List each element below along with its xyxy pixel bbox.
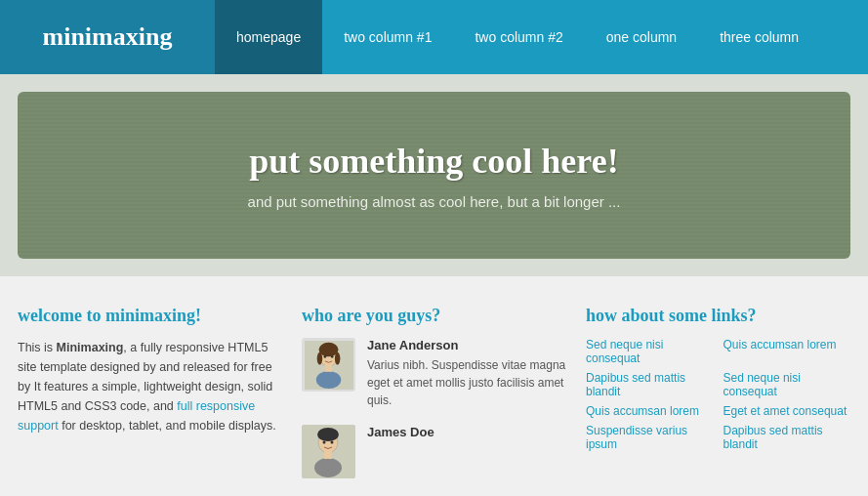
link-item[interactable]: Quis accumsan lorem [723,338,851,365]
svg-rect-13 [324,451,332,459]
col-welcome: welcome to minimaxing! This is Minimaxin… [18,306,282,494]
col2-title: who are you guys? [302,306,566,326]
jane-desc: Varius nibh. Suspendisse vitae magna ege… [367,356,566,409]
team-member-jane: Jane Anderson Varius nibh. Suspendisse v… [302,338,566,409]
link-item[interactable]: Quis accumsan lorem [586,404,714,418]
jane-name: Jane Anderson [367,338,566,352]
link-item[interactable]: Sed neque nisi consequat [723,371,851,398]
nav-item-two-column-1[interactable]: two column #1 [322,0,453,74]
james-name: James Doe [367,425,434,439]
james-info: James Doe [367,425,434,443]
svg-point-5 [315,370,340,388]
brand-name: Minimaxing [57,341,124,354]
col1-text: This is Minimaxing, a fully responsive H… [18,338,282,435]
col3-title: how about some links? [586,306,850,326]
svg-point-7 [323,355,326,358]
hero-title: put something cool here! [37,141,831,182]
link-item[interactable]: Sed neque nisi consequat [586,338,714,365]
link-item[interactable]: Suspendisse varius ipsum [586,424,714,451]
svg-point-8 [330,355,333,358]
logo-area: minimaxing [0,0,215,74]
svg-point-3 [316,351,321,364]
jane-info: Jane Anderson Varius nibh. Suspendisse v… [367,338,566,409]
svg-point-15 [331,441,334,444]
col-links: how about some links? Sed neque nisi con… [586,306,850,494]
svg-point-4 [334,351,339,364]
hero-wrapper: put something cool here! and put somethi… [0,74,868,276]
team-member-james: James Doe [302,425,566,478]
nav-item-homepage[interactable]: homepage [215,0,322,74]
responsive-link[interactable]: full responsive support [18,399,255,433]
svg-rect-6 [324,364,331,371]
nav-item-two-column-2[interactable]: two column #2 [453,0,584,74]
site-header: minimaxing homepagetwo column #1two colu… [0,0,868,74]
avatar-james-svg [302,425,355,478]
link-item[interactable]: Dapibus sed mattis blandit [586,371,714,398]
links-grid: Sed neque nisi consequatQuis accumsan lo… [586,338,850,451]
nav-item-one-column[interactable]: one column [585,0,698,74]
link-item[interactable]: Eget et amet consequat [723,404,851,418]
col-team: who are you guys? [302,306,566,494]
avatar-jane [302,338,355,392]
link-item[interactable]: Dapibus sed mattis blandit [723,424,851,451]
svg-point-12 [314,458,342,477]
hero-subtitle: and put something almost as cool here, b… [37,193,831,210]
col1-title: welcome to minimaxing! [18,306,282,326]
nav-item-three-column[interactable]: three column [698,0,820,74]
hero-section: put something cool here! and put somethi… [18,92,850,259]
main-nav: homepagetwo column #1two column #2one co… [215,0,820,74]
avatar-james [302,425,355,478]
svg-point-11 [317,428,339,441]
site-logo: minimaxing [43,22,173,52]
svg-point-14 [323,441,326,444]
avatar-jane-svg [305,341,353,390]
main-content: welcome to minimaxing! This is Minimaxin… [0,276,868,496]
